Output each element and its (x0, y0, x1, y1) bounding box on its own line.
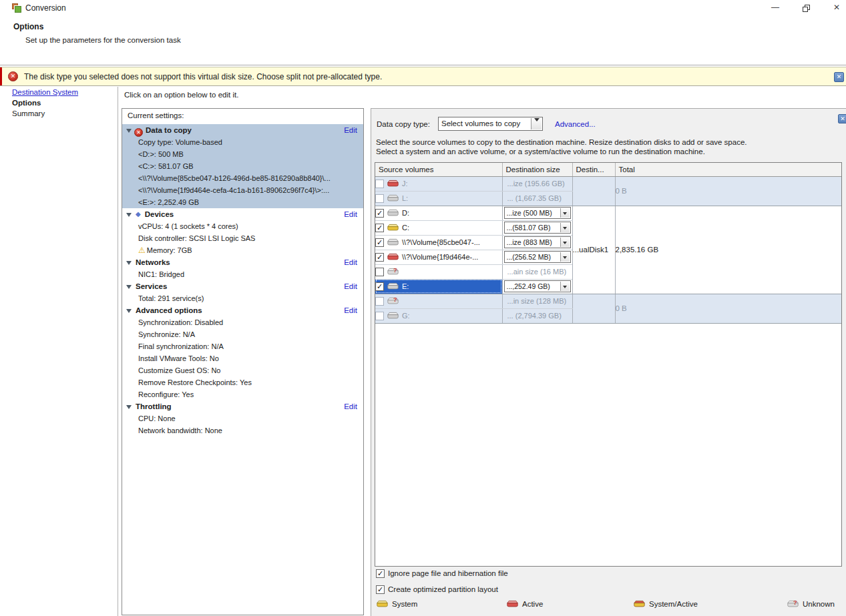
copy-type-dropdown[interactable]: Select volumes to copy (438, 117, 543, 131)
edit-link[interactable]: Edit (344, 304, 357, 316)
app-icon (12, 3, 21, 13)
section-header-data-to-copy[interactable]: ✕Data to copyEdit (122, 124, 363, 136)
volume-checkbox[interactable] (375, 268, 384, 276)
destination-size-dropdown[interactable]: ...ize (500 MB) (504, 207, 571, 219)
svg-text:?: ? (393, 297, 397, 303)
unknown-volume-icon: ? (787, 600, 799, 609)
option-checkbox[interactable]: ✓ (376, 569, 385, 578)
advanced-link[interactable]: Advanced... (555, 120, 596, 128)
edit-link[interactable]: Edit (344, 400, 357, 412)
window-title: Conversion (25, 3, 66, 13)
table-row: J:...ize (195.66 GB)0 B (375, 176, 841, 191)
volume-checkbox[interactable]: ✓ (375, 224, 384, 232)
volume-cell-j[interactable]: J: (375, 176, 502, 191)
system-volume-icon (377, 600, 388, 609)
volume-name: J: (402, 180, 408, 188)
chevron-down-icon (126, 261, 132, 265)
current-settings-panel: Current settings: ✕Data to copyEditCopy … (122, 108, 364, 615)
chevron-down-icon (126, 129, 132, 133)
error-icon: ✕ (134, 128, 143, 137)
destination-size-cell: ...(581.07 GB) (502, 220, 572, 235)
svg-text:?: ? (393, 268, 397, 274)
volume-cell-item[interactable]: ? (375, 294, 502, 308)
section-name: Throttling (136, 402, 172, 410)
volumes-panel: ✕ Data copy type: Select volumes to copy… (371, 108, 846, 616)
volume-cell-l[interactable]: L: (375, 191, 502, 206)
chevron-down-icon[interactable] (560, 282, 570, 291)
volume-checkbox[interactable]: ✓ (375, 238, 384, 247)
sidebar-item-destination-system[interactable]: Destination System (12, 87, 112, 97)
settings-item: <E:>: 2,252.49 GB (122, 196, 363, 208)
chevron-down-icon (126, 309, 132, 313)
chevron-down-icon[interactable] (560, 223, 570, 232)
destination-size-dropdown[interactable]: ...(581.07 GB) (504, 222, 571, 234)
settings-section-networks: NetworksEditNIC1: Bridged (122, 256, 363, 280)
chevron-down-icon[interactable] (531, 118, 542, 129)
option-checkbox[interactable]: ✓ (376, 585, 385, 594)
section-header-advanced-options[interactable]: Advanced optionsEdit (122, 304, 363, 316)
active-volume-icon (387, 253, 399, 262)
volume-checkbox[interactable]: ✓ (375, 209, 384, 218)
col-total[interactable]: Total (615, 163, 841, 176)
minimize-button[interactable]: — (767, 1, 784, 14)
volume-checkbox[interactable]: ✓ (375, 253, 384, 262)
edit-link[interactable]: Edit (344, 256, 357, 268)
volume-checkbox[interactable] (375, 297, 384, 306)
volume-checkbox[interactable]: ✓ (375, 282, 384, 291)
section-header-networks[interactable]: NetworksEdit (122, 256, 363, 268)
volume-cell-e[interactable]: ✓E: (375, 279, 502, 294)
section-name: Services (136, 282, 167, 290)
volume-name: \\?\Volume{1f9d464e-... (402, 253, 478, 261)
destination-size-dropdown[interactable]: ...,252.49 GB) (504, 280, 571, 292)
section-name: Networks (136, 258, 170, 266)
volume-cell-c[interactable]: ✓C: (375, 220, 502, 235)
diamond-icon: ◆ (136, 208, 141, 220)
settings-item: Synchronization: Disabled (122, 316, 363, 328)
destination-size-value: ... (2,794.39 GB) (503, 312, 562, 320)
volume-cell-d[interactable]: ✓D: (375, 206, 502, 220)
volume-cell-item[interactable]: ? (375, 264, 502, 279)
volume-checkbox[interactable] (375, 194, 384, 203)
settings-item: Disk controller: SCSI LSI Logic SAS (122, 232, 363, 244)
chevron-down-icon[interactable] (560, 208, 570, 218)
col-destination-size[interactable]: Destination size (502, 163, 572, 176)
normal-volume-icon (387, 209, 399, 218)
close-button[interactable]: ✕ (828, 1, 845, 14)
volumes-table-container: Source volumes Destination size Destin..… (375, 162, 842, 567)
section-header-devices[interactable]: ◆DevicesEdit (122, 208, 363, 220)
destination-size-dropdown[interactable]: ...ize (883 MB) (504, 236, 571, 248)
section-header-throttling[interactable]: ThrottlingEdit (122, 400, 363, 412)
col-destination[interactable]: Destin... (572, 163, 615, 176)
volume-cell-volume-1f9d464e[interactable]: ✓\\?\Volume{1f9d464e-... (375, 250, 502, 264)
destination-size-cell: ...(256.52 MB) (502, 250, 572, 264)
instruction-text: Click on an option below to edit it. (124, 91, 238, 99)
destination-disk-cell (572, 294, 615, 323)
legend-unknown: ?Unknown (787, 600, 835, 609)
settings-section-data-to-copy: ✕Data to copyEditCopy type: Volume-based… (122, 124, 363, 208)
legend-label: System (392, 600, 417, 608)
volume-cell-g[interactable]: G: (375, 308, 502, 323)
col-source-volumes[interactable]: Source volumes (375, 163, 502, 176)
chevron-down-icon[interactable] (560, 238, 570, 247)
edit-link[interactable]: Edit (344, 208, 357, 220)
panel-close-button[interactable]: ✕ (838, 114, 846, 123)
destination-size-dropdown[interactable]: ...(256.52 MB) (504, 251, 571, 263)
section-header-services[interactable]: ServicesEdit (122, 280, 363, 292)
normal-volume-icon (387, 312, 399, 320)
volume-checkbox[interactable] (375, 312, 384, 320)
chevron-down-icon[interactable] (560, 252, 570, 262)
destination-size-cell: ...in size (128 MB) (502, 294, 572, 308)
copy-type-label: Data copy type: (377, 120, 430, 128)
edit-link[interactable]: Edit (344, 124, 357, 136)
total-cell: 0 B (615, 294, 841, 323)
normal-volume-icon (387, 194, 399, 203)
settings-item: <\\?\Volume{85cbe047-b126-496d-be85-8162… (122, 172, 363, 184)
banner-dismiss-button[interactable]: ✕ (834, 72, 844, 82)
title-bar: Conversion — ✕ (0, 0, 846, 16)
restore-button[interactable] (797, 1, 815, 14)
edit-link[interactable]: Edit (344, 280, 357, 292)
volume-cell-volume-85cbe047[interactable]: ✓\\?\Volume{85cbe047-... (375, 235, 502, 250)
normal-volume-icon (387, 282, 399, 291)
volume-checkbox[interactable] (375, 180, 384, 188)
sidebar-item-options: Options (12, 97, 112, 108)
